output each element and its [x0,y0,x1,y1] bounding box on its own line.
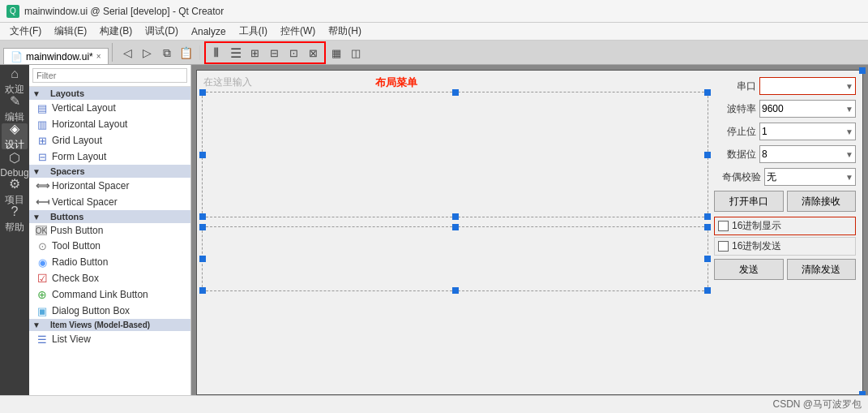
sidebar-debug[interactable]: ⬡ Debug [2,151,28,177]
widget-check-box[interactable]: ☑ Check Box [29,270,190,286]
parity-label: 奇偶校验 [714,170,761,184]
widget-tool-button[interactable]: ⊙ Tool Button [29,238,190,254]
data-bit-select[interactable]: 8 ▼ [759,145,856,163]
check-box-icon: ☑ [36,272,49,285]
widget-vertical-spacer[interactable]: ⟻ Vertical Spacer [29,194,190,210]
data-bit-arrow: ▼ [845,150,853,159]
menu-file[interactable]: 文件(F) [3,23,48,40]
form-area-bottom[interactable] [202,226,708,291]
hex-display-checkbox[interactable] [718,221,729,231]
widget-horizontal-layout[interactable]: ▥ Horizontal Layout [29,116,190,132]
horizontal-spacer-icon: ⟺ [36,179,49,192]
buttons-category-header[interactable]: ▼ Buttons [29,210,190,223]
widget-form-layout[interactable]: ⊟ Form Layout [29,148,190,165]
menu-analyze[interactable]: Analyze [185,24,233,39]
tb-copy[interactable]: ⧉ [158,44,176,62]
handle-b-tr [704,224,711,230]
menu-tools[interactable]: 工具(I) [233,23,274,40]
open-serial-button[interactable]: 打开串口 [714,191,784,212]
tb-forward[interactable]: ▷ [139,44,156,62]
spacers-arrow: ▼ [29,166,44,178]
layout-tools-group: ⦀ ☰ ⊞ ⊟ ⊡ ⊠ [204,41,326,64]
layouts-arrow: ▼ [29,88,44,100]
tb-break-layout[interactable]: ▦ [327,44,345,62]
canvas-handle-br [859,391,866,395]
filter-input[interactable] [32,68,187,83]
buttons-category-label: Buttons [44,210,190,223]
parity-select[interactable]: 无 ▼ [764,168,856,186]
stop-bit-select[interactable]: 1 ▼ [759,123,856,140]
sidebar-project[interactable]: ⚙ 项目 [2,179,28,204]
tool-button-icon: ⊙ [36,239,49,252]
form-area-top[interactable] [202,92,708,217]
baud-rate-row: 波特率 9600 ▼ [714,100,856,118]
sidebar-help[interactable]: ? 帮助 [2,206,28,232]
tb-layout-grid[interactable]: ⊞ [246,44,264,62]
item-views-category-header[interactable]: ▼ Item Views (Model-Based) [29,319,190,331]
tb-layout-vbox[interactable]: ⦀ [207,44,225,62]
baud-rate-select[interactable]: 9600 ▼ [759,100,856,118]
parity-row: 奇偶校验 无 ▼ [714,168,856,186]
tb-layout-form[interactable]: ⊟ [266,44,284,62]
menu-help[interactable]: 帮助(H) [322,23,368,40]
sidebar-edit[interactable]: ✎ 编辑 [2,96,28,122]
widget-list-view[interactable]: ☰ List View [29,331,190,347]
handle-b-mr [704,256,711,262]
menu-edit[interactable]: 编辑(E) [48,23,93,40]
data-bit-value: 8 [762,148,768,160]
handle-mr [704,152,711,158]
app-icon: Q [6,5,19,18]
serial-port-select[interactable]: ▼ [759,77,856,95]
filter-bar [29,65,190,87]
widget-label: Tool Button [52,240,100,252]
send-button[interactable]: 发送 [714,259,784,280]
handle-b-ml [199,256,206,262]
left-sidebar: ⌂ 欢迎 ✎ 编辑 ◈ 设计 ⬡ Debug ⚙ 项目 ? 帮助 [0,65,29,395]
canvas-hint-text: 在这里输入 [203,75,252,89]
menu-debug[interactable]: 调试(D) [139,23,185,40]
clear-receive-button[interactable]: 清除接收 [787,191,857,212]
layouts-category-header[interactable]: ▼ Layouts [29,87,190,100]
handle-b-bc [452,287,459,294]
widget-list: ▼ Layouts ▤ Vertical Layout ▥ Horizontal… [29,87,190,395]
serial-port-row: 串口 ▼ [714,77,856,95]
spacers-category-header[interactable]: ▼ Spacers [29,165,190,178]
hex-send-checkbox-row: 16进制发送 [714,237,856,256]
stop-bit-value: 1 [762,126,768,137]
canvas-handle-tr [859,67,866,74]
widget-dialog-button-box[interactable]: ▣ Dialog Button Box [29,303,190,319]
widget-grid-layout[interactable]: ⊞ Grid Layout [29,132,190,148]
window-title: mainwindow.ui @ Serial [develop] - Qt Cr… [24,6,224,17]
tb-layout-splitter-h[interactable]: ⊡ [285,44,303,62]
clear-send-button[interactable]: 清除发送 [787,259,857,280]
sidebar-design[interactable]: ◈ 设计 [2,123,28,149]
tb-paste[interactable]: 📋 [177,44,195,62]
hex-send-checkbox[interactable] [718,241,729,252]
status-bar: CSDN @马可波罗包 [0,395,868,413]
menu-build[interactable]: 构建(B) [93,23,139,40]
tb-layout-splitter-v[interactable]: ⊠ [305,44,323,62]
baud-rate-label: 波特率 [714,102,756,116]
tb-back[interactable]: ◁ [119,44,137,62]
buttons-row2: 发送 清除发送 [714,259,856,280]
buttons-row1: 打开串口 清除接收 [714,191,856,212]
stop-bit-arrow: ▼ [845,127,853,136]
tb-layout-hbox[interactable]: ☰ [227,44,245,62]
vertical-layout-icon: ▤ [36,101,49,114]
widget-horizontal-spacer[interactable]: ⟺ Horizontal Spacer [29,178,190,194]
tab-mainwindow[interactable]: 📄 mainwindow.ui* × [3,48,109,64]
title-bar: Q mainwindow.ui @ Serial [develop] - Qt … [0,0,868,23]
tab-close-button[interactable]: × [96,52,101,61]
widget-command-link[interactable]: ⊕ Command Link Button [29,286,190,303]
menu-widgets[interactable]: 控件(W) [274,23,322,40]
menu-bar: 文件(F) 编辑(E) 构建(B) 调试(D) Analyze 工具(I) 控件… [0,23,868,41]
handle-tc [452,89,459,96]
widget-push-button[interactable]: OK Push Button [29,223,190,238]
widget-vertical-layout[interactable]: ▤ Vertical Layout [29,100,190,116]
serial-port-label: 串口 [714,80,756,93]
sidebar-welcome[interactable]: ⌂ 欢迎 [2,68,28,94]
handle-ml [199,152,206,158]
widget-radio-button[interactable]: ◉ Radio Button [29,254,190,270]
tb-adjust-size[interactable]: ◫ [347,44,365,62]
canvas-container[interactable]: 在这里输入 布局菜单 [196,70,863,395]
